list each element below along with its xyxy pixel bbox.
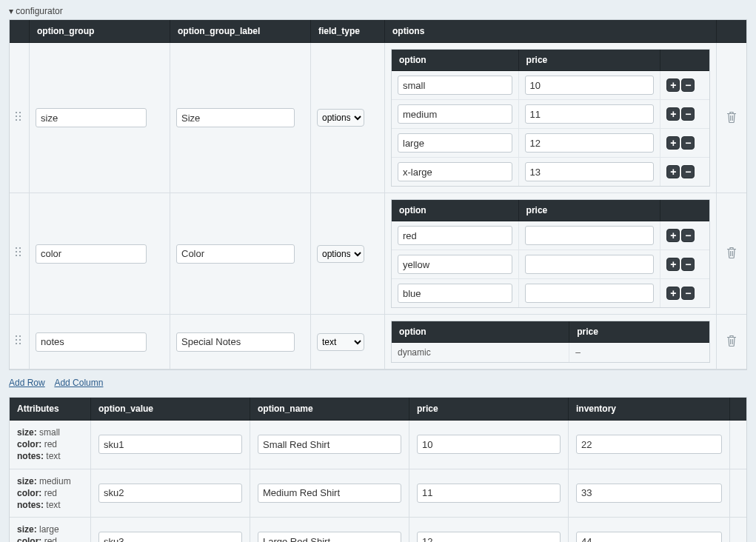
nested-option-input[interactable] (398, 104, 512, 124)
nested-option-input[interactable] (398, 76, 512, 95)
sku-price-input[interactable] (417, 484, 561, 503)
option-name-input[interactable] (258, 484, 401, 503)
option-group-input[interactable] (36, 332, 147, 352)
col-attributes: Attributes (10, 398, 91, 421)
table-row: optionstextoptionprice+−+−+− (10, 193, 746, 315)
col-delete (717, 20, 746, 43)
sku-price-input[interactable] (417, 532, 561, 542)
col-option-value: option_value (91, 398, 250, 421)
trash-icon[interactable] (724, 334, 739, 349)
remove-nested-button[interactable]: − (681, 107, 695, 121)
attributes-cell: size: smallcolor: rednotes: text (17, 426, 83, 463)
nested-row: +− (392, 250, 709, 279)
nested-row: +− (392, 100, 709, 129)
col-options: options (385, 20, 717, 43)
option-value-input[interactable] (98, 435, 242, 454)
col-drag (10, 20, 30, 43)
attributes-cell: size: largecolor: rednotes: text (17, 523, 83, 542)
remove-nested-button[interactable]: − (681, 78, 695, 92)
section-title[interactable]: configurator (9, 6, 747, 16)
col-end (730, 398, 746, 421)
option-name-input[interactable] (258, 435, 401, 454)
configurator-table: option_group option_group_label field_ty… (9, 19, 747, 370)
nested-option-input[interactable] (398, 284, 512, 303)
sku-table: Attributes option_value option_name pric… (9, 397, 747, 542)
field-type-select[interactable]: optionstext (317, 333, 364, 351)
col-option-group: option_group (30, 20, 170, 43)
option-group-label-input[interactable] (176, 244, 295, 264)
remove-nested-button[interactable]: − (681, 165, 695, 178)
option-value-input[interactable] (98, 532, 242, 542)
nested-col-option: option (392, 200, 519, 221)
drag-handle-icon[interactable] (16, 112, 23, 122)
nested-option-input[interactable] (398, 162, 512, 181)
nested-price-input[interactable] (525, 133, 655, 153)
add-column-link[interactable]: Add Column (54, 378, 103, 388)
col-inventory: inventory (569, 398, 730, 421)
field-type-select[interactable]: optionstext (317, 109, 364, 127)
add-nested-button[interactable]: + (666, 258, 680, 271)
col-option-group-label: option_group_label (170, 20, 311, 43)
nested-row: dynamic– (392, 343, 709, 362)
add-nested-button[interactable]: + (666, 107, 680, 121)
table-row: size: smallcolor: rednotes: text (10, 421, 746, 469)
nested-price-input[interactable] (525, 255, 655, 274)
nested-price-input[interactable] (525, 284, 655, 303)
nested-col-actions (660, 50, 709, 71)
nested-option-input[interactable] (398, 255, 512, 274)
table-row: optionstextoptionprice+−+−+−+− (10, 43, 746, 193)
option-value-input[interactable] (98, 484, 242, 503)
nested-col-option: option (392, 321, 569, 343)
nested-col-price: price (569, 321, 709, 343)
option-group-input[interactable] (36, 244, 147, 264)
nested-price-static: – (569, 343, 709, 362)
option-name-input[interactable] (258, 532, 401, 542)
add-nested-button[interactable]: + (666, 136, 680, 150)
col-option-name: option_name (250, 398, 409, 421)
nested-price-input[interactable] (525, 104, 655, 124)
table-row: optionstextoptionpricedynamic– (10, 315, 746, 369)
remove-nested-button[interactable]: − (681, 258, 695, 271)
option-group-label-input[interactable] (176, 332, 295, 352)
add-nested-button[interactable]: + (666, 229, 680, 242)
nested-col-price: price (519, 50, 661, 71)
nested-col-price: price (519, 200, 661, 221)
nested-option-static: dynamic (392, 343, 569, 362)
nested-option-input[interactable] (398, 133, 512, 153)
col-field-type: field_type (311, 20, 385, 43)
field-type-select[interactable]: optionstext (317, 245, 364, 263)
nested-row: +− (392, 158, 709, 186)
nested-price-input[interactable] (525, 226, 655, 245)
table-row: size: mediumcolor: rednotes: text (10, 469, 746, 518)
remove-nested-button[interactable]: − (681, 287, 695, 300)
add-row-link[interactable]: Add Row (9, 378, 45, 388)
nested-price-input[interactable] (525, 76, 655, 95)
nested-row: +− (392, 279, 709, 307)
nested-price-input[interactable] (525, 162, 655, 181)
options-nested-table: optionprice+−+−+− (392, 200, 709, 307)
remove-nested-button[interactable]: − (681, 136, 695, 150)
inventory-input[interactable] (576, 484, 722, 503)
nested-row: +− (392, 221, 709, 250)
add-nested-button[interactable]: + (666, 165, 680, 178)
add-nested-button[interactable]: + (666, 287, 680, 300)
nested-col-actions (660, 200, 709, 221)
trash-icon[interactable] (724, 110, 739, 125)
add-nested-button[interactable]: + (666, 78, 680, 92)
drag-handle-icon[interactable] (16, 247, 23, 258)
nested-option-input[interactable] (398, 226, 512, 245)
options-nested-table: optionpricedynamic– (392, 321, 709, 362)
nested-row: +− (392, 129, 709, 158)
inventory-input[interactable] (576, 435, 722, 454)
attributes-cell: size: mediumcolor: rednotes: text (17, 475, 83, 512)
trash-icon[interactable] (724, 246, 739, 261)
nested-col-option: option (392, 50, 519, 71)
inventory-input[interactable] (576, 532, 722, 542)
options-nested-table: optionprice+−+−+−+− (392, 50, 709, 186)
option-group-input[interactable] (36, 108, 147, 127)
option-group-label-input[interactable] (176, 108, 295, 127)
col-price: price (409, 398, 569, 421)
remove-nested-button[interactable]: − (681, 229, 695, 242)
drag-handle-icon[interactable] (16, 335, 23, 346)
sku-price-input[interactable] (417, 435, 561, 454)
